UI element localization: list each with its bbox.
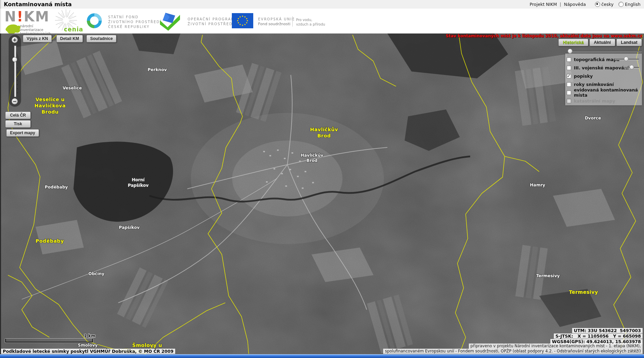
- slider-groove[interactable]: [568, 51, 642, 52]
- layers-panel: topografická mapa III. vojenské mapování…: [565, 54, 642, 105]
- map-canvas[interactable]: Perknov Veselice Veselice u Havlíčkova B…: [0, 33, 644, 354]
- place-label: Smolovy: [78, 343, 97, 348]
- cenia-wordmark: cenia: [64, 26, 83, 33]
- area-label: Brodu: [41, 109, 59, 115]
- whole-cr-button[interactable]: Celá ČR: [5, 112, 31, 119]
- scale-label: 1 km: [84, 333, 95, 338]
- layer-row-vojenske: III. vojenské mapování: [565, 64, 642, 72]
- bottom-blue-bar: [0, 354, 644, 358]
- layer-label: topografická mapa: [574, 57, 619, 62]
- zoom-in-icon[interactable]: +: [11, 37, 18, 43]
- scale-bar: [5, 339, 93, 342]
- layer-label: roky snímkování: [574, 82, 614, 87]
- language-english-radio[interactable]: English: [618, 2, 641, 7]
- link-separator: |: [560, 2, 561, 7]
- area-label: Havlíčkova: [35, 103, 66, 108]
- area-label: Brod: [317, 133, 331, 138]
- imagery-credit: Podkladové letecké snímky poskytl VGHMÚř…: [1, 349, 175, 354]
- layer-label: III. vojenské mapování: [574, 65, 628, 70]
- place-label: Dvorce: [585, 116, 601, 120]
- place-label: Občiny: [88, 271, 104, 276]
- place-label: Hamry: [530, 183, 545, 187]
- opacity-handle[interactable]: [629, 65, 634, 69]
- language-czech-label: česky: [602, 2, 614, 7]
- tab-historicka[interactable]: Historická: [558, 39, 588, 46]
- zoom-slider[interactable]: + −: [9, 35, 21, 107]
- slider-handle[interactable]: [568, 49, 572, 54]
- opacity-handle[interactable]: [624, 57, 628, 61]
- layer-row-topograficka: topografická mapa: [565, 55, 642, 64]
- app-window: Kontaminovaná místa Projekt NIKM | Nápov…: [0, 0, 644, 358]
- place-label: Havlíčkův: [301, 153, 323, 158]
- checkbox-topograficka-mapa[interactable]: [567, 57, 571, 62]
- layer-label: katastrální mapy: [574, 98, 615, 104]
- print-button[interactable]: Tisk: [5, 120, 31, 128]
- layer-row-katastralni: katastrální mapy: [565, 97, 642, 105]
- tab-landsat[interactable]: Landsat: [616, 39, 642, 46]
- aerial-photo-background: [1, 33, 644, 354]
- place-label: Horní: [132, 177, 145, 182]
- eu-text: EVROPSKÁ UNIE Fond soudržnosti: [258, 17, 295, 27]
- place-label: Perknov: [148, 67, 167, 72]
- sfzp-text: STÁTNÍ FOND ŽIVOTNÍHO PROSTŘEDÍ ČESKÉ RE…: [108, 15, 162, 29]
- nikm-logo: N!KM národní inventarizace kontaminovaný…: [4, 10, 50, 23]
- utm-coordinates: UTM: 33U 543622 5497003: [572, 328, 643, 333]
- place-label: Papšíkov: [128, 183, 149, 188]
- title-bar: Kontaminovaná místa Projekt NIKM | Nápov…: [0, 0, 644, 9]
- zoom-handle[interactable]: [12, 57, 17, 62]
- project-credit-line2: spolufinancovaném Evropskou unií - Fonde…: [383, 349, 643, 354]
- base-opacity-slider[interactable]: [568, 49, 642, 54]
- layer-row-popisky: popisky: [565, 72, 642, 80]
- project-nikm-link[interactable]: Projekt NIKM: [530, 2, 557, 7]
- opzp-text: OPERAČNÍ PROGRAM ŽIVOTNÍ PROSTŘEDÍ: [188, 17, 235, 27]
- sfzp-logo-icon: [85, 11, 104, 30]
- tab-aktualni[interactable]: Aktuální: [589, 39, 615, 46]
- place-label: Papšíkov: [119, 225, 140, 230]
- detail-km-button[interactable]: Detail KM: [56, 35, 83, 42]
- vypis-z-kn-button[interactable]: Výpis z KN: [23, 35, 52, 42]
- checkbox-popisky[interactable]: [567, 74, 571, 78]
- opzp-logo-icon: [159, 12, 181, 31]
- language-english-label: English: [625, 2, 641, 7]
- place-label: Poděbaby: [45, 185, 68, 190]
- checkbox-katastralni-mapy[interactable]: [567, 99, 571, 103]
- project-credit-line1: připraveno v projektu Národní inventariz…: [469, 344, 643, 349]
- place-label: Termesivy: [536, 273, 560, 278]
- checkbox-evidovana-mista[interactable]: [567, 90, 571, 95]
- eu-flag-icon: [232, 13, 253, 28]
- czech-map-icon: [5, 23, 21, 35]
- base-layer-tabs: Historická Aktuální Landsat: [558, 39, 642, 46]
- souradnice-button[interactable]: Souřadnice: [86, 35, 116, 42]
- cenia-logo: cenia: [53, 9, 83, 33]
- area-label: Veselice u: [36, 97, 65, 102]
- logo-divider: [292, 16, 293, 27]
- help-link[interactable]: Nápověda: [564, 2, 586, 7]
- eu-tagline: Pro vodu, vzduch a přírodu: [296, 18, 325, 27]
- zoom-track[interactable]: [14, 46, 16, 97]
- language-czech-radio[interactable]: česky: [595, 2, 614, 7]
- export-map-button[interactable]: Export mapy: [6, 129, 39, 137]
- opacity-slider-vojenske[interactable]: [624, 67, 639, 68]
- nikm-subtitle-1: národní inventarizace: [20, 24, 51, 32]
- area-label: Šmolovy u: [132, 342, 162, 348]
- data-status-notice: Stav kontaminovaných míst je k listopadu…: [446, 33, 642, 38]
- radio-english-icon[interactable]: [618, 2, 624, 7]
- logo-bar: N!KM národní inventarizace kontaminovaný…: [0, 9, 644, 33]
- place-label: Brod: [306, 158, 318, 163]
- zoom-out-icon[interactable]: −: [11, 98, 18, 105]
- layer-row-evidovana: evidovaná kontaminovaná místa: [565, 88, 642, 97]
- area-label: Termesivy: [569, 289, 598, 295]
- checkbox-roky-snimkovani[interactable]: [567, 82, 571, 87]
- checkbox-vojenske-mapovani[interactable]: [567, 66, 571, 70]
- opacity-slider-topograficka[interactable]: [614, 59, 639, 60]
- layer-label: evidovaná kontaminovaná místa: [574, 87, 640, 98]
- area-label: Poděbaby: [36, 238, 64, 244]
- layer-label: popisky: [574, 74, 593, 79]
- page-title: Kontaminovaná místa: [4, 1, 72, 8]
- radio-czech-icon[interactable]: [595, 2, 600, 7]
- place-label: Veselice: [63, 86, 82, 90]
- area-label: Havlíčkův: [310, 127, 338, 132]
- sjtsk-coordinates: S-JTSK: X = 1105056 Y = 665098: [554, 333, 643, 339]
